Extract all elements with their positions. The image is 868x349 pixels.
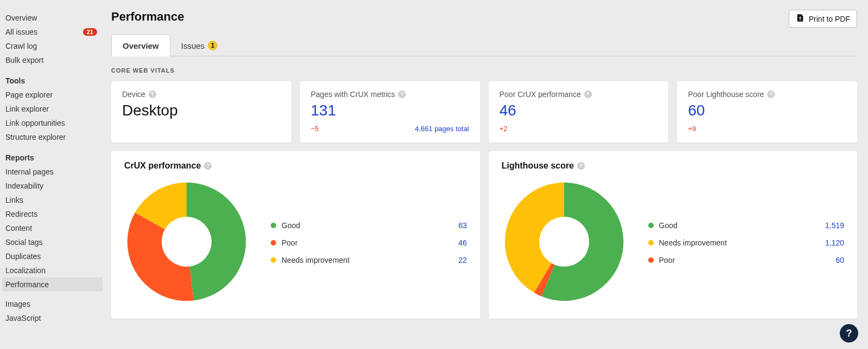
help-icon[interactable]: ? bbox=[204, 162, 212, 170]
sidebar-item-javascript[interactable]: JavaScript bbox=[5, 311, 106, 325]
card-total-link[interactable]: 4,661 pages total bbox=[415, 125, 469, 133]
legend-dot-icon bbox=[271, 257, 276, 263]
help-icon[interactable]: ? bbox=[149, 91, 156, 98]
chart-title: Lighthouse score bbox=[502, 161, 574, 171]
sidebar-item-label: Crawl log bbox=[5, 42, 37, 50]
sidebar-item-links[interactable]: Links bbox=[5, 193, 106, 207]
sidebar-item-link-opportunities[interactable]: Link opportunities bbox=[5, 116, 106, 130]
sidebar-item-performance[interactable]: Performance bbox=[2, 277, 103, 292]
chart-card-crux: CrUX performance ? Good 63 Poor 4 bbox=[111, 151, 480, 319]
donut-crux bbox=[124, 179, 249, 306]
sidebar-item-label: Bulk export bbox=[5, 56, 43, 64]
sidebar-item-label: Overview bbox=[5, 14, 37, 22]
help-fab-button[interactable]: ? bbox=[840, 324, 858, 342]
print-to-pdf-button[interactable]: Print to PDF bbox=[789, 10, 857, 28]
sidebar-item-structure-explorer[interactable]: Structure explorer bbox=[5, 130, 106, 144]
card-crux-pages: Pages with CrUX metrics ? 131 −5 4,661 p… bbox=[300, 81, 480, 143]
sidebar-item-internal-pages[interactable]: Internal pages bbox=[5, 165, 106, 179]
tab-badge: 1 bbox=[208, 41, 218, 50]
card-value: 131 bbox=[311, 102, 469, 119]
sidebar-item-crawl-log[interactable]: Crawl log bbox=[5, 39, 106, 53]
sidebar-badge: 21 bbox=[83, 28, 97, 36]
sidebar-item-page-explorer[interactable]: Page explorer bbox=[5, 88, 106, 102]
card-delta: +2 bbox=[500, 125, 508, 133]
legend-item-poor[interactable]: Poor 60 bbox=[648, 256, 845, 264]
card-delta: +9 bbox=[688, 125, 696, 133]
legend-item-needs[interactable]: Needs improvement 1,120 bbox=[648, 238, 845, 247]
main: Performance Print to PDF Overview Issues… bbox=[106, 0, 868, 349]
legend-dot-icon bbox=[648, 223, 654, 228]
question-mark-icon: ? bbox=[846, 328, 852, 339]
card-title: Poor CrUX performance bbox=[500, 90, 581, 99]
card-device: Device ? Desktop bbox=[111, 81, 291, 143]
chart-title: CrUX performance bbox=[124, 161, 201, 171]
legend-dot-icon bbox=[648, 240, 654, 245]
legend-dot-icon bbox=[271, 223, 276, 228]
sidebar-item-link-explorer[interactable]: Link explorer bbox=[5, 102, 106, 116]
tabs: Overview Issues 1 bbox=[111, 34, 857, 56]
help-icon[interactable]: ? bbox=[767, 91, 775, 98]
legend-item-good[interactable]: Good 1,519 bbox=[648, 221, 845, 230]
sidebar-item-localization[interactable]: Localization bbox=[5, 263, 106, 277]
card-delta: −5 bbox=[311, 125, 319, 133]
sidebar-heading-tools: Tools bbox=[5, 74, 106, 88]
print-label: Print to PDF bbox=[809, 15, 850, 23]
section-label: Core Web Vitals bbox=[111, 67, 857, 74]
sidebar-item-label: All issues bbox=[5, 28, 37, 36]
legend-dot-icon bbox=[648, 257, 654, 263]
card-title: Poor Lighthouse score bbox=[688, 90, 764, 99]
sidebar-item-all-issues[interactable]: All issues 21 bbox=[5, 25, 106, 39]
download-file-icon bbox=[796, 14, 805, 24]
sidebar-item-overview[interactable]: Overview bbox=[5, 11, 106, 25]
donut-lighthouse bbox=[502, 179, 627, 306]
sidebar-item-images[interactable]: Images bbox=[5, 297, 106, 311]
sidebar-heading-reports: Reports bbox=[5, 151, 106, 165]
sidebar-item-duplicates[interactable]: Duplicates bbox=[5, 249, 106, 263]
legend-item-needs[interactable]: Needs improvement 22 bbox=[271, 256, 467, 264]
help-icon[interactable]: ? bbox=[577, 162, 585, 170]
sidebar-item-indexability[interactable]: Indexability bbox=[5, 179, 106, 193]
card-value: 60 bbox=[688, 102, 846, 119]
sidebar-item-redirects[interactable]: Redirects bbox=[5, 207, 106, 221]
card-value: 46 bbox=[500, 102, 658, 119]
card-title: Device bbox=[122, 90, 145, 99]
help-icon[interactable]: ? bbox=[584, 91, 592, 98]
sidebar: Overview All issues 21 Crawl log Bulk ex… bbox=[0, 0, 106, 349]
tab-issues[interactable]: Issues 1 bbox=[170, 34, 228, 56]
card-poor-crux: Poor CrUX performance ? 46 +2 bbox=[489, 81, 669, 143]
legend-item-good[interactable]: Good 63 bbox=[271, 221, 467, 230]
sidebar-item-bulk-export[interactable]: Bulk export bbox=[5, 53, 106, 67]
sidebar-item-social-tags[interactable]: Social tags bbox=[5, 235, 106, 249]
tab-overview[interactable]: Overview bbox=[111, 34, 170, 56]
help-icon[interactable]: ? bbox=[398, 91, 406, 98]
card-title: Pages with CrUX metrics bbox=[311, 90, 395, 99]
legend-dot-icon bbox=[271, 240, 276, 245]
card-value: Desktop bbox=[122, 102, 280, 119]
page-title: Performance bbox=[111, 10, 184, 24]
sidebar-item-content[interactable]: Content bbox=[5, 221, 106, 235]
legend-item-poor[interactable]: Poor 46 bbox=[271, 238, 467, 247]
chart-card-lighthouse: Lighthouse score ? Good 1,519 Needs impr… bbox=[489, 151, 858, 319]
card-poor-lighthouse: Poor Lighthouse score ? 60 +9 bbox=[677, 81, 857, 143]
